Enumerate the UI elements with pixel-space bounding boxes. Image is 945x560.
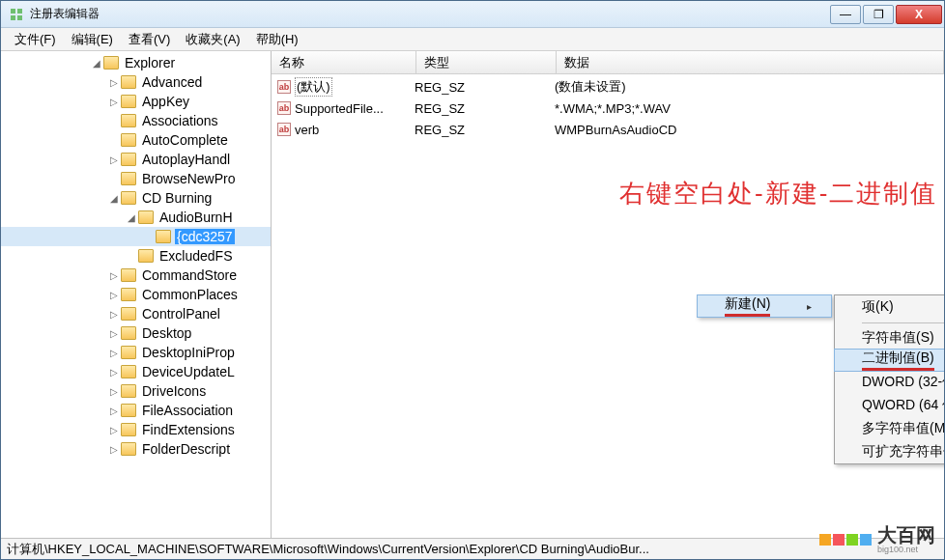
context-menu-main: 新建(N) <box>697 294 832 318</box>
expand-icon[interactable]: ▷ <box>107 290 121 300</box>
value-data: WMPBurnAsAudioCD <box>555 123 944 137</box>
tree-item[interactable]: ◢Explorer <box>1 53 271 72</box>
value-type: REG_SZ <box>415 101 555 116</box>
expand-icon[interactable]: ▷ <box>107 406 121 416</box>
tree-item-label: AudioBurnH <box>158 210 235 225</box>
ctx-new-qword[interactable]: QWORD (64 位)值(Q) <box>835 394 944 417</box>
statusbar: 计算机\HKEY_LOCAL_MACHINE\SOFTWARE\Microsof… <box>1 538 944 559</box>
tree-item-label: AutoplayHandl <box>140 152 232 167</box>
expand-icon[interactable]: ▷ <box>107 309 121 320</box>
ctx-new-expand[interactable]: 可扩充字符串值(E) <box>835 440 944 463</box>
ctx-new-binary[interactable]: 二进制值(B) <box>834 349 944 372</box>
maximize-button[interactable]: ❐ <box>863 5 894 24</box>
tree-item-label: Explorer <box>123 55 177 70</box>
ctx-new-string[interactable]: 字符串值(S) <box>835 326 944 350</box>
menu-favorites[interactable]: 收藏夹(A) <box>178 29 247 50</box>
logo-square <box>860 534 872 546</box>
tree-item-label: FindExtensions <box>140 422 237 437</box>
close-button[interactable]: X <box>896 5 942 24</box>
tree-item[interactable]: ▷{cdc3257 <box>1 227 271 246</box>
folder-icon <box>121 114 136 127</box>
tree-item[interactable]: ▷AutoComplete <box>1 130 271 150</box>
tree-item[interactable]: ▷CommonPlaces <box>1 285 271 304</box>
tree-item[interactable]: ▷BrowseNewPro <box>1 169 271 188</box>
list-rows: ab(默认)REG_SZ(数值未设置)abSupportedFile...REG… <box>272 74 944 140</box>
expand-icon[interactable]: ▷ <box>107 425 121 435</box>
collapse-icon[interactable]: ◢ <box>125 212 138 223</box>
ctx-new-key[interactable]: 项(K) <box>835 295 944 319</box>
ctx-new-dword[interactable]: DWORD (32-位)值(D) <box>835 371 944 394</box>
expand-icon[interactable]: ▷ <box>107 154 121 165</box>
expand-icon[interactable]: ▷ <box>107 77 121 88</box>
col-name[interactable]: 名称 <box>272 51 416 73</box>
folder-icon <box>121 133 136 147</box>
tree-item-label: ExcludedFS <box>158 248 234 264</box>
ctx-new-multi[interactable]: 多字符串值(M) <box>835 417 944 440</box>
collapse-icon[interactable]: ◢ <box>107 193 121 204</box>
expand-icon[interactable]: ▷ <box>107 367 121 378</box>
folder-icon <box>156 230 171 243</box>
tree-item-label: CommonPlaces <box>140 287 240 302</box>
tree-item[interactable]: ▷Associations <box>1 111 271 130</box>
minimize-button[interactable]: — <box>830 5 861 24</box>
tree-item[interactable]: ▷Advanced <box>1 72 271 92</box>
folder-icon <box>121 191 136 205</box>
tree-item[interactable]: ▷CommandStore <box>1 266 271 285</box>
logo-square <box>819 534 831 546</box>
folder-icon <box>138 210 154 224</box>
tree-item[interactable]: ▷DeviceUpdateL <box>1 362 271 381</box>
tree-item[interactable]: ▷AutoplayHandl <box>1 150 271 169</box>
window-buttons: — ❐ X <box>828 5 942 24</box>
tree-item[interactable]: ◢AudioBurnH <box>1 208 271 227</box>
tree-item[interactable]: ▷Desktop <box>1 323 271 343</box>
list-row[interactable]: abverbREG_SZWMPBurnAsAudioCD <box>272 119 944 140</box>
ctx-separator <box>835 319 944 326</box>
col-type[interactable]: 类型 <box>416 51 557 73</box>
titlebar: 注册表编辑器 — ❐ X <box>1 1 944 28</box>
string-value-icon: ab <box>277 80 291 94</box>
tree-pane[interactable]: ◢Explorer▷Advanced▷AppKey▷Associations▷A… <box>1 51 272 538</box>
folder-icon <box>121 268 136 282</box>
tree-item-label: BrowseNewPro <box>140 171 237 186</box>
menu-view[interactable]: 查看(V) <box>121 29 178 50</box>
value-name: (默认) <box>295 77 332 97</box>
folder-icon <box>121 172 136 185</box>
tree-item[interactable]: ▷FolderDescript <box>1 439 271 459</box>
tree-item-label: DriveIcons <box>140 383 208 399</box>
tree-item[interactable]: ▷FindExtensions <box>1 420 271 439</box>
expand-icon[interactable]: ▷ <box>107 444 121 455</box>
list-pane[interactable]: 名称 类型 数据 ab(默认)REG_SZ(数值未设置)abSupportedF… <box>272 51 944 538</box>
tree-item[interactable]: ▷AppKey <box>1 92 271 111</box>
expand-icon[interactable]: ▷ <box>107 348 121 358</box>
folder-icon <box>121 346 136 359</box>
value-name: verb <box>295 123 319 137</box>
tree-item[interactable]: ◢CD Burning <box>1 188 271 208</box>
expand-icon[interactable]: ▷ <box>107 328 121 339</box>
annotation-text: 右键空白处-新建-二进制值 <box>619 177 937 210</box>
tree-item[interactable]: ▷ExcludedFS <box>1 246 271 266</box>
tree-item-label: CD Burning <box>140 190 214 206</box>
tree-item[interactable]: ▷ControlPanel <box>1 304 271 323</box>
folder-icon <box>121 404 136 417</box>
menu-file[interactable]: 文件(F) <box>7 29 64 50</box>
expand-icon[interactable]: ▷ <box>107 270 121 281</box>
tree-item[interactable]: ▷DriveIcons <box>1 381 271 401</box>
col-data[interactable]: 数据 <box>557 51 944 73</box>
collapse-icon[interactable]: ◢ <box>90 58 103 69</box>
ctx-new[interactable]: 新建(N) <box>697 294 832 318</box>
expand-icon[interactable]: ▷ <box>107 97 121 107</box>
list-row[interactable]: ab(默认)REG_SZ(数值未设置) <box>272 76 944 98</box>
list-row[interactable]: abSupportedFile...REG_SZ*.WMA;*.MP3;*.WA… <box>272 98 944 119</box>
tree-item[interactable]: ▷DesktopIniProp <box>1 343 271 362</box>
svg-rect-3 <box>17 15 22 20</box>
string-value-icon: ab <box>277 101 291 115</box>
folder-icon <box>121 365 136 378</box>
menu-help[interactable]: 帮助(H) <box>248 29 306 50</box>
logo-square <box>846 534 858 546</box>
svg-rect-2 <box>11 15 15 20</box>
folder-icon <box>121 423 136 436</box>
window-title: 注册表编辑器 <box>30 6 828 22</box>
menu-edit[interactable]: 编辑(E) <box>64 29 121 50</box>
tree-item[interactable]: ▷FileAssociation <box>1 401 271 420</box>
expand-icon[interactable]: ▷ <box>107 386 121 397</box>
